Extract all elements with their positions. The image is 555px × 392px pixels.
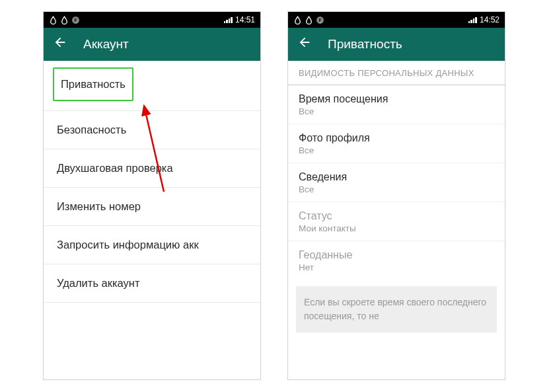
list-item[interactable]: Приватность [44, 61, 260, 111]
app-bar: Приватность [288, 28, 505, 61]
setting-title: Сведения [299, 171, 494, 183]
setting-title: Время посещения [299, 93, 494, 105]
phone-privacy-screen: F 14:52 Приватность ВИДИМОСТЬ ПЕРСОНАЛЬН… [287, 11, 505, 380]
arrow-left-icon [53, 35, 67, 50]
back-button[interactable] [297, 35, 312, 54]
status-bar: F 14:51 [44, 12, 260, 28]
setting-about[interactable]: Сведения Все [288, 163, 505, 202]
privacy-settings: ВИДИМОСТЬ ПЕРСОНАЛЬНЫХ ДАННЫХ Время посе… [288, 61, 505, 333]
list-item[interactable]: Запросить информацию акк [44, 226, 260, 264]
setting-title: Геоданные [299, 249, 494, 261]
setting-location[interactable]: Геоданные Нет [288, 241, 505, 280]
status-time: 14:51 [235, 15, 255, 24]
status-icons-left: F [49, 16, 80, 24]
signal-icon [468, 17, 477, 23]
list-item[interactable]: Двухшаговая проверка [44, 149, 260, 188]
privacy-menu-item-highlighted[interactable]: Приватность [53, 67, 133, 101]
setting-title: Статус [299, 210, 494, 222]
setting-value: Все [299, 106, 494, 116]
setting-last-seen[interactable]: Время посещения Все [288, 85, 505, 124]
signal-icon [224, 17, 233, 23]
list-item[interactable]: Безопасность [44, 111, 260, 149]
svg-text:F: F [75, 17, 77, 22]
circle-f-icon: F [71, 16, 80, 24]
list-item[interactable]: Удалить аккаунт [44, 264, 260, 303]
status-icons-left: F [293, 16, 324, 24]
droplet-icon [293, 16, 302, 24]
status-icons-right: 14:51 [224, 15, 255, 24]
app-bar: Аккаунт [44, 28, 260, 61]
status-icons-right: 14:52 [468, 15, 500, 24]
status-time: 14:52 [480, 15, 500, 24]
droplet-icon [305, 16, 313, 24]
info-text: Если вы скроете время своего последнего … [296, 286, 497, 333]
back-button[interactable] [53, 35, 67, 54]
page-title: Приватность [328, 37, 402, 52]
setting-title: Фото профиля [299, 132, 494, 144]
account-menu: Приватность Безопасность Двухшаговая про… [44, 61, 260, 303]
circle-f-icon: F [316, 16, 324, 24]
setting-profile-photo[interactable]: Фото профиля Все [288, 124, 505, 163]
list-item[interactable]: Изменить номер [44, 188, 260, 226]
svg-text:F: F [319, 17, 322, 22]
arrow-left-icon [297, 35, 312, 50]
setting-value: Мои контакты [299, 223, 494, 233]
status-bar: F 14:52 [288, 12, 505, 28]
setting-value: Все [299, 145, 494, 155]
phone-account-screen: F 14:51 Аккаунт Приватность Безопасность… [43, 11, 261, 380]
page-title: Аккаунт [83, 37, 129, 52]
droplet-icon [49, 16, 57, 24]
setting-value: Нет [299, 262, 494, 272]
section-header: ВИДИМОСТЬ ПЕРСОНАЛЬНЫХ ДАННЫХ [288, 61, 505, 85]
setting-status[interactable]: Статус Мои контакты [288, 202, 505, 241]
setting-value: Все [299, 184, 494, 194]
droplet-icon [60, 16, 69, 24]
